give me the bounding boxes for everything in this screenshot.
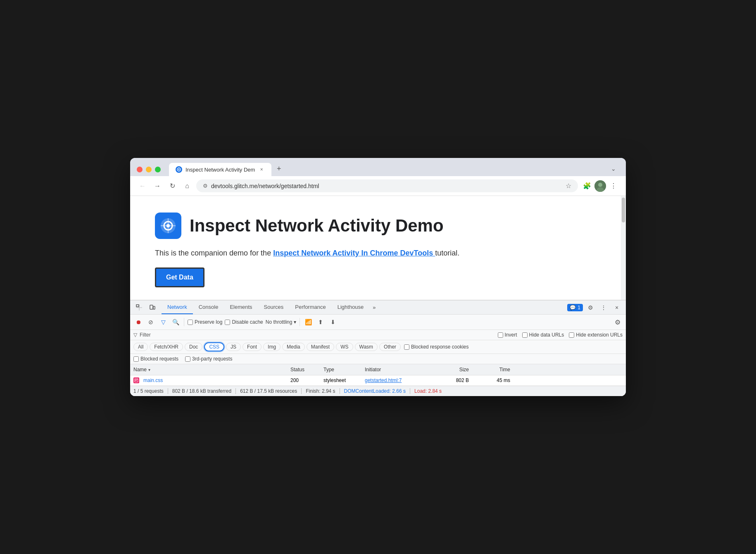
close-traffic-light[interactable] (137, 167, 143, 172)
throttling-select[interactable]: No throttling ▾ (266, 319, 297, 325)
third-party-label: 3rd-party requests (192, 356, 232, 362)
tab-network[interactable]: Network (162, 301, 193, 314)
clear-button[interactable]: ⊘ (146, 317, 156, 327)
home-button[interactable]: ⌂ (181, 180, 193, 192)
requests-count: 1 / 5 requests (133, 388, 164, 394)
filter-fetch-xhr-button[interactable]: Fetch/XHR (150, 343, 183, 351)
devtools-settings-button[interactable]: ⚙ (585, 301, 596, 314)
initiator-link[interactable]: getstarted.html:7 (365, 377, 402, 383)
filter-ws-button[interactable]: WS (336, 343, 353, 351)
browser-window: Inspect Network Activity Dem × + ⌄ ← → ↻… (130, 158, 626, 396)
filter-all-button[interactable]: All (133, 343, 148, 351)
forward-button[interactable]: → (152, 180, 163, 192)
tab-elements[interactable]: Elements (224, 301, 258, 314)
throttling-label: No throttling (266, 319, 292, 325)
refresh-button[interactable]: ↻ (166, 180, 178, 192)
load-time: Load: 2.84 s (414, 388, 442, 394)
scrollbar[interactable] (621, 196, 626, 300)
back-button[interactable]: ← (137, 180, 148, 192)
title-bar: Inspect Network Activity Dem × + ⌄ (130, 158, 626, 176)
disable-cache-label: Disable cache (232, 319, 263, 325)
hide-extension-urls-checkbox[interactable] (569, 332, 574, 338)
new-tab-button[interactable]: + (273, 163, 285, 174)
blocked-response-checkbox[interactable] (404, 344, 409, 350)
description-link[interactable]: Inspect Network Activity In Chrome DevTo… (273, 249, 435, 257)
wifi-button[interactable]: 📶 (303, 317, 313, 327)
header-name[interactable]: Name ▾ (133, 367, 290, 373)
disable-cache-group: Disable cache (225, 319, 263, 325)
filter-font-button[interactable]: Font (242, 343, 262, 351)
filter-other-button[interactable]: Other (379, 343, 401, 351)
status-divider-5 (410, 388, 410, 394)
upload-button[interactable]: ⬆ (316, 317, 326, 327)
filter-js-button[interactable]: JS (226, 343, 241, 351)
toolbar-divider-1 (184, 318, 184, 326)
svg-rect-14 (135, 380, 138, 380)
chrome-menu-button[interactable]: ⋮ (608, 180, 619, 192)
page-logo (155, 213, 181, 239)
get-data-button[interactable]: Get Data (155, 267, 204, 287)
row-initiator: getstarted.html:7 (365, 377, 431, 383)
filter-doc-button[interactable]: Doc (185, 343, 202, 351)
nav-bar: ← → ↻ ⌂ ⚙ devtools.glitch.me/network/get… (130, 176, 626, 196)
header-status[interactable]: Status (290, 367, 323, 373)
console-badge[interactable]: 💬 1 (567, 304, 583, 311)
tab-favicon (176, 166, 182, 173)
hide-data-urls-checkbox[interactable] (522, 332, 528, 338)
preserve-log-checkbox[interactable] (188, 320, 193, 325)
table-row: main.css 200 stylesheet getstarted.html:… (130, 375, 626, 386)
header-time[interactable]: Time (472, 367, 514, 373)
network-settings-button[interactable]: ⚙ (613, 317, 623, 327)
devtools-menu-button[interactable]: ⋮ (598, 301, 609, 314)
header-initiator[interactable]: Initiator (365, 367, 431, 373)
active-tab[interactable]: Inspect Network Activity Dem × (169, 163, 271, 176)
preserve-log-group: Preserve log (188, 319, 222, 325)
search-button[interactable]: 🔍 (171, 317, 181, 327)
devtools-close-button[interactable]: × (611, 301, 623, 314)
blocked-requests-checkbox[interactable] (133, 356, 139, 362)
bookmark-icon[interactable]: ☆ (566, 182, 571, 190)
filter-button[interactable]: ▽ (158, 317, 168, 327)
svg-rect-10 (136, 305, 139, 307)
tab-lighthouse[interactable]: Lighthouse (332, 301, 370, 314)
maximize-traffic-light[interactable] (155, 167, 161, 172)
hide-data-urls-group: Hide data URLs (522, 332, 564, 338)
more-tabs-button[interactable]: » (369, 301, 379, 314)
tab-console[interactable]: Console (193, 301, 224, 314)
tab-performance[interactable]: Performance (289, 301, 331, 314)
filter-manifest-button[interactable]: Manifest (307, 343, 334, 351)
extensions-button[interactable]: 🧩 (581, 180, 593, 192)
filter-img-button[interactable]: Img (263, 343, 281, 351)
record-button[interactable]: ⏺ (133, 317, 143, 327)
header-type[interactable]: Type (323, 367, 365, 373)
header-name-label: Name (133, 367, 147, 373)
filter-media-button[interactable]: Media (282, 343, 305, 351)
invert-checkbox[interactable] (498, 332, 503, 338)
header-size[interactable]: Size (431, 367, 472, 373)
filter-css-button[interactable]: CSS (204, 342, 224, 351)
tabs-area: Inspect Network Activity Dem × + ⌄ (169, 163, 619, 176)
description-post: tutorial. (435, 249, 459, 257)
row-filename[interactable]: main.css (143, 377, 163, 383)
hide-extension-urls-group: Hide extension URLs (569, 332, 623, 338)
profile-avatar[interactable] (594, 180, 606, 192)
blocked-row: Blocked requests 3rd-party requests (130, 354, 626, 364)
tab-close-button[interactable]: × (258, 166, 265, 173)
minimize-traffic-light[interactable] (146, 167, 152, 172)
preserve-log-label: Preserve log (195, 319, 222, 325)
address-security-icon: ⚙ (203, 183, 208, 189)
inspect-element-icon[interactable] (133, 301, 145, 314)
finish-time: Finish: 2.94 s (306, 388, 335, 394)
disable-cache-checkbox[interactable] (225, 320, 230, 325)
tab-menu-button[interactable]: ⌄ (608, 163, 619, 174)
third-party-checkbox[interactable] (185, 356, 190, 362)
device-toolbar-icon[interactable] (147, 301, 158, 314)
tab-sources[interactable]: Sources (258, 301, 290, 314)
row-size: 802 B (431, 377, 472, 383)
filter-wasm-button[interactable]: Wasm (355, 343, 378, 351)
row-type: stylesheet (323, 377, 365, 383)
download-button[interactable]: ⬇ (328, 317, 338, 327)
address-bar[interactable]: ⚙ devtools.glitch.me/network/getstarted.… (196, 179, 578, 192)
blocked-response-label: Blocked response cookies (411, 344, 468, 350)
third-party-group: 3rd-party requests (185, 356, 232, 362)
